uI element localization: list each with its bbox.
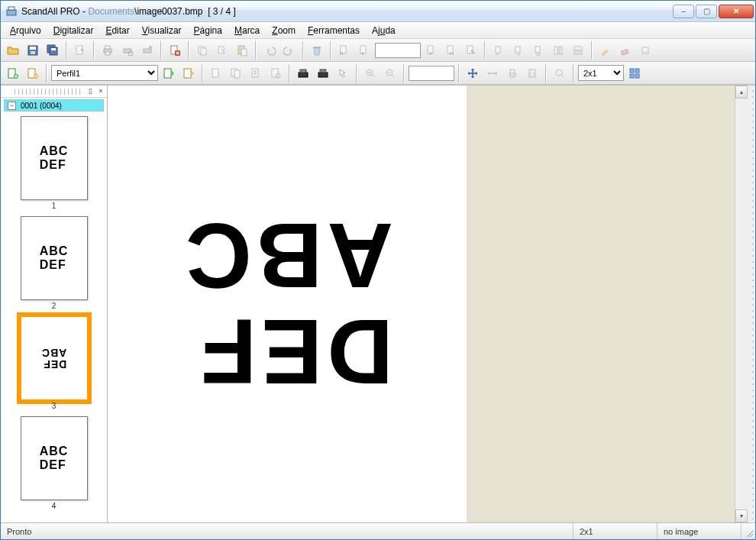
menu-ferramentas[interactable]: Ferramentas <box>302 24 366 37</box>
close-button[interactable]: ✕ <box>719 5 754 18</box>
scroll-track[interactable] <box>735 99 748 509</box>
status-right: no image <box>657 523 741 539</box>
svg-rect-68 <box>635 74 639 78</box>
scroll-up-icon[interactable]: ▴ <box>735 86 748 99</box>
scan-add-icon[interactable] <box>24 64 42 82</box>
page-canvas-left[interactable]: DEFABC <box>108 86 467 522</box>
thumbnail-item[interactable]: ABCDEF2 <box>7 216 101 310</box>
scanner-b-icon[interactable] <box>314 64 332 82</box>
scan-profile-add-icon[interactable] <box>179 64 198 82</box>
preview-viewport[interactable]: DEFABC <box>108 86 735 522</box>
scroll-down-icon[interactable]: ▾ <box>735 509 748 522</box>
batch-row[interactable]: − 0001 (0004) <box>4 99 104 112</box>
zoom-in-icon[interactable] <box>361 64 380 82</box>
menu-pagina[interactable]: Página <box>188 24 228 37</box>
copy-icon[interactable] <box>193 41 212 60</box>
prev-page-icon[interactable] <box>355 41 373 60</box>
profile-select[interactable]: Perfil1 <box>51 65 158 81</box>
first-page-icon[interactable] <box>335 41 354 60</box>
save-icon[interactable] <box>24 41 42 60</box>
menu-ajuda[interactable]: Ajuda <box>366 24 402 37</box>
thumbnail-item[interactable]: DEFABC3 <box>7 316 101 410</box>
zoom-tool-icon[interactable] <box>551 64 569 82</box>
rotate-180-icon[interactable] <box>529 41 548 60</box>
thumbnail-list[interactable]: ABCDEF1ABCDEF2DEFABC3ABCDEF4 <box>1 113 107 522</box>
scan-profile-new-icon[interactable] <box>160 64 178 82</box>
next-page-icon[interactable] <box>422 41 441 60</box>
fit-height-icon[interactable]: 100 <box>503 64 522 82</box>
print-preview-icon[interactable] <box>118 41 137 60</box>
batch-collapse-icon[interactable]: − <box>8 102 16 110</box>
highlight-icon[interactable] <box>636 41 654 60</box>
fit-width-icon[interactable] <box>483 64 502 82</box>
folder-open-icon[interactable] <box>4 41 22 60</box>
thumbnail-page[interactable]: ABCDEF <box>21 416 88 500</box>
delete-page-icon[interactable] <box>166 41 184 60</box>
maximize-button[interactable]: ▢ <box>696 5 717 18</box>
menu-visualizar[interactable]: Visualizar <box>136 24 188 37</box>
doc-tool-d-icon[interactable] <box>267 64 285 82</box>
svg-rect-10 <box>105 46 110 49</box>
doc-tool-a-icon[interactable] <box>207 64 225 82</box>
zoom-out-icon[interactable] <box>381 64 399 82</box>
menu-editar[interactable]: Editar <box>99 24 135 37</box>
pointer-icon[interactable] <box>334 64 352 82</box>
thumbnail-item[interactable]: ABCDEF1 <box>7 116 101 210</box>
svg-rect-35 <box>554 47 557 54</box>
doc-tool-c-icon[interactable] <box>247 64 265 82</box>
minimize-button[interactable]: – <box>673 5 694 18</box>
flip-h-icon[interactable] <box>549 41 567 60</box>
svg-rect-12 <box>124 49 131 53</box>
panel-close-icon[interactable]: × <box>96 87 105 96</box>
svg-rect-55 <box>300 70 306 73</box>
menu-digitalizar[interactable]: Digitalizar <box>47 24 100 37</box>
actual-size-icon[interactable]: 1:1 <box>523 64 541 82</box>
redo-icon[interactable] <box>280 41 299 60</box>
page-number-field[interactable] <box>375 43 421 58</box>
grid-view-icon[interactable] <box>625 64 644 82</box>
titlebar-text: ScandAll PRO - Documents\image0037.bmp [… <box>21 6 673 17</box>
fit-both-icon[interactable] <box>464 64 482 82</box>
app-window: ScandAll PRO - Documents\image0037.bmp [… <box>0 0 756 540</box>
marker-icon[interactable] <box>596 41 615 60</box>
body-area: ▯ × − 0001 (0004) ABCDEF1ABCDEF2DEFABC3A… <box>1 85 755 522</box>
resize-grip-icon[interactable] <box>741 523 755 539</box>
thumbnail-ruler[interactable] <box>15 89 81 95</box>
thumbnail-page[interactable]: ABCDEF <box>21 116 88 200</box>
svg-rect-25 <box>340 52 341 55</box>
titlebar[interactable]: ScandAll PRO - Documents\image0037.bmp [… <box>1 1 755 22</box>
thumbnail-panel: ▯ × − 0001 (0004) ABCDEF1ABCDEF2DEFABC3A… <box>1 86 108 522</box>
svg-rect-52 <box>272 69 278 77</box>
undo-icon[interactable] <box>260 41 279 60</box>
print-setup-icon[interactable] <box>138 41 157 60</box>
trash-icon[interactable] <box>308 41 326 60</box>
paste-icon[interactable] <box>233 41 251 60</box>
scanner-a-icon[interactable] <box>294 64 312 82</box>
print-icon[interactable] <box>99 41 117 60</box>
doc-tool-b-icon[interactable] <box>227 64 245 82</box>
thumbnail-item[interactable]: ABCDEF4 <box>7 416 101 510</box>
vertical-scrollbar[interactable]: ▴ ▾ <box>735 86 748 522</box>
save-all-icon[interactable] <box>44 41 62 60</box>
goto-page-icon[interactable] <box>462 41 480 60</box>
menu-marca[interactable]: Marca <box>228 24 266 37</box>
cut-icon[interactable] <box>213 41 231 60</box>
svg-rect-46 <box>164 69 171 78</box>
svg-rect-11 <box>105 52 110 55</box>
flip-v-icon[interactable] <box>569 41 587 60</box>
thumbnail-page[interactable]: DEFABC <box>21 316 88 400</box>
rotate-right-icon[interactable] <box>509 41 528 60</box>
scan-new-icon[interactable] <box>4 64 22 82</box>
eraser-icon[interactable] <box>616 41 635 60</box>
panel-pin-icon[interactable]: ▯ <box>86 87 95 96</box>
menu-arquivo[interactable]: Arquivo <box>4 24 47 37</box>
last-page-icon[interactable] <box>442 41 460 60</box>
zoom-field[interactable] <box>409 66 454 81</box>
view-layout-select[interactable]: 2x11x11x2 <box>578 65 624 81</box>
menu-zoom[interactable]: Zoom <box>266 24 302 37</box>
svg-rect-39 <box>622 49 628 54</box>
rotate-left-icon[interactable] <box>489 41 508 60</box>
thumbnail-page[interactable]: ABCDEF <box>21 216 88 300</box>
page-tool-a-icon[interactable] <box>71 41 89 60</box>
statusbar: Pronto 2x1 no image <box>1 522 755 539</box>
